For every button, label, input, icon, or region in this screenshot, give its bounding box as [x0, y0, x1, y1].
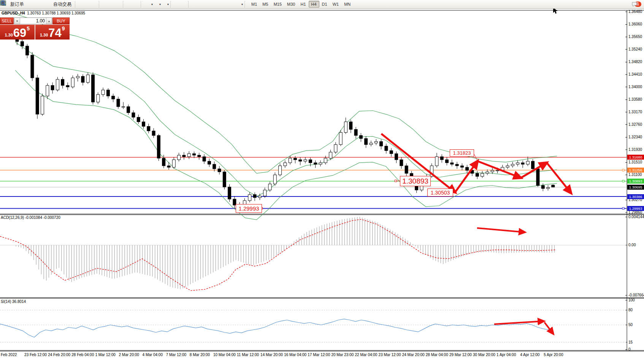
toolbar-separator — [141, 1, 144, 8]
timeframe-d1[interactable]: D1 — [319, 1, 330, 8]
bollinger-bands — [15, 14, 557, 220]
price-badge: 1.30386 — [627, 194, 644, 199]
candlestick-chart-icon[interactable] — [85, 1, 91, 7]
vertical-line-icon[interactable] — [192, 1, 198, 7]
date-axis-label: Feb 2022 — [1, 353, 17, 357]
autotrading-icon — [46, 1, 52, 7]
buy-price-base: 1.30 — [40, 33, 48, 37]
toolbar-separator — [99, 1, 102, 8]
trendline-icon[interactable] — [205, 1, 211, 7]
price-badge: 1.30893 — [627, 179, 644, 184]
macd-plot — [0, 217, 627, 290]
date-axis-label: 23 Feb 12:00 — [24, 353, 47, 357]
tile-windows-icon[interactable] — [115, 1, 121, 7]
equidistant-channel-icon[interactable]: E — [211, 1, 217, 7]
text-icon[interactable]: A — [223, 1, 229, 7]
price-annotation-label[interactable]: 1.29993 — [236, 204, 262, 213]
date-axis-label: 11 Mar 12:00 — [237, 353, 259, 357]
price-annotation-label[interactable]: 1.30503 — [427, 189, 453, 196]
rsi-axis-label: 80 — [628, 308, 633, 312]
price-axis-label: 1.36060 — [628, 22, 642, 26]
timeframe-h4[interactable]: H4 — [309, 1, 319, 8]
macd-indicator-label: ACD(12,26,9) -0.001084 -0.000720 — [1, 215, 60, 220]
volume-stepper: ▼ ▲ — [14, 17, 52, 24]
fibonacci-icon[interactable]: F — [217, 1, 223, 7]
date-axis-label: 17 Mar 12:00 — [308, 353, 330, 357]
toolbar-separator — [244, 1, 247, 8]
timeframe-m15[interactable]: M15 — [271, 1, 284, 8]
price-axis-label: 1.34000 — [628, 85, 642, 89]
zoom-in-icon[interactable] — [103, 1, 109, 7]
add-indicator-icon[interactable] — [145, 1, 151, 7]
period-icon[interactable] — [153, 1, 159, 7]
date-axis-label: 16 Mar 04:00 — [284, 353, 306, 357]
text-label-icon[interactable]: T — [229, 1, 235, 7]
buy-button[interactable]: BUY — [52, 17, 70, 24]
price-annotation-label[interactable]: 1.30893 — [400, 176, 431, 186]
timeframe-w1[interactable]: W1 — [330, 1, 342, 8]
template-icon[interactable] — [161, 1, 167, 7]
timeframe-m1[interactable]: M1 — [249, 1, 260, 8]
chart-title: GBPUSD-,H4 1.30763 1.30788 1.30693 1.306… — [2, 11, 85, 15]
autotrading-button[interactable]: 自动交易 — [44, 0, 73, 8]
line-chart-icon[interactable] — [91, 1, 97, 7]
search-icon[interactable] — [625, 1, 631, 7]
chart-shift-icon[interactable] — [133, 1, 139, 7]
rsi-plot — [0, 310, 627, 342]
sell-price-main: 69 — [13, 27, 26, 39]
sell-price[interactable]: 1.30 69 5 — [0, 25, 35, 40]
price-axis-label: 1.34820 — [628, 60, 642, 64]
volume-increase-button[interactable]: ▲ — [46, 18, 52, 24]
application-window: 新订单 自动交易 — [0, 0, 644, 358]
price-axis-label: 1.31100 — [628, 173, 642, 177]
price-axis-label: 1.35650 — [628, 35, 642, 39]
data-window-icon[interactable] — [32, 1, 38, 7]
horizontal-line-icon[interactable] — [198, 1, 205, 7]
date-axis-label: 29 Mar 12:00 — [449, 353, 472, 357]
timeframe-bar: M1M5M15M30H1H4D1W1MN — [249, 1, 353, 8]
buy-price-main: 74 — [48, 27, 61, 39]
trend-annotations[interactable] — [261, 134, 571, 334]
date-axis-label: 14 Mar 20:00 — [260, 353, 283, 357]
timeframe-m5[interactable]: M5 — [260, 1, 271, 8]
price-axis-label: 1.31510 — [628, 160, 642, 164]
price-badge: 1.31256 — [627, 168, 644, 173]
template-dropdown[interactable]: ▾ — [167, 3, 169, 6]
chat-icon[interactable]: 1 — [631, 1, 643, 7]
crosshair-icon[interactable] — [181, 1, 187, 7]
toolbar-separator — [170, 1, 173, 8]
volume-input[interactable] — [20, 18, 46, 24]
sell-button[interactable]: SELL — [0, 17, 14, 24]
date-axis-label: 20 Mar 23:00 — [331, 353, 354, 357]
rsi-indicator-label: SI(14) 36.8014 — [1, 299, 26, 304]
date-axis-label: 28 Feb 04:00 — [71, 353, 94, 357]
chart-ohlc: 1.30763 1.30788 1.30693 1.30695 — [27, 11, 85, 15]
timeframe-h1[interactable]: H1 — [298, 1, 308, 8]
price-axis-label: 1.32340 — [628, 135, 642, 139]
horizontal-level-lines[interactable] — [0, 157, 627, 209]
date-axis-label: 7 Mar 12:00 — [166, 353, 186, 357]
price-axis-label: 1.33170 — [628, 110, 642, 114]
rsi-axis-label: 100 — [628, 298, 635, 302]
macd-axis-label: 0.00 — [628, 243, 636, 247]
volume-decrease-button[interactable]: ▼ — [14, 18, 20, 24]
market-watch-icon[interactable] — [26, 1, 32, 7]
arrows-tool-dropdown[interactable]: ▾ — [241, 3, 243, 6]
sell-price-base: 1.30 — [5, 33, 13, 37]
macd-axis-label: 0.004144 — [628, 215, 644, 219]
date-axis-label: 10 Mar 04:00 — [213, 353, 236, 357]
zoom-out-icon[interactable] — [109, 1, 115, 7]
price-annotation-label[interactable]: 1.31823 — [450, 149, 474, 157]
main-toolbar: 新订单 自动交易 — [0, 0, 644, 9]
arrows-tool-icon[interactable] — [235, 1, 241, 7]
chart-symbol-period: GBPUSD-,H4 — [2, 11, 25, 15]
cursor-icon[interactable] — [174, 1, 181, 7]
timeframe-mn[interactable]: MN — [341, 1, 353, 8]
chart-overlay — [0, 0, 644, 358]
buy-price[interactable]: 1.30 74 9 — [35, 25, 70, 40]
bar-chart-icon[interactable] — [79, 1, 85, 7]
auto-scroll-icon[interactable] — [127, 1, 133, 7]
date-axis-label: 8 Mar 20:00 — [190, 353, 210, 357]
navigator-icon[interactable] — [38, 1, 44, 7]
timeframe-m30[interactable]: M30 — [284, 1, 298, 8]
